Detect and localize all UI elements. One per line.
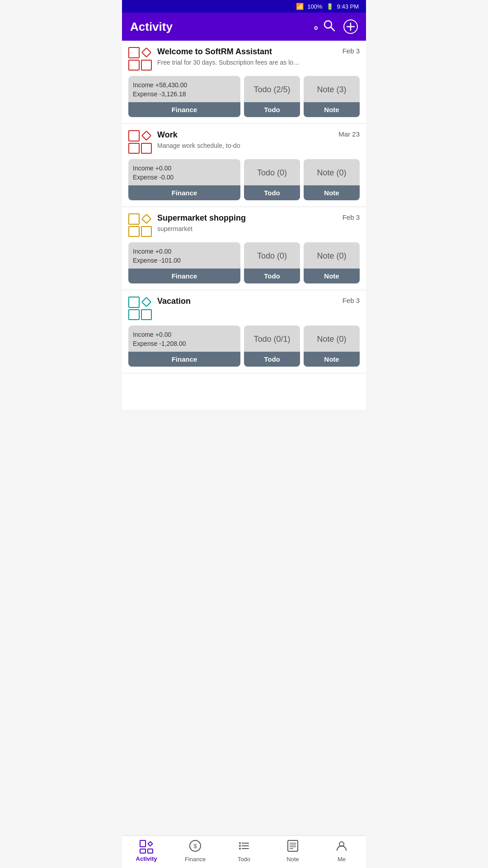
note-widget-body: Note (0): [304, 326, 360, 352]
finance-income: Income +0.00: [133, 248, 171, 255]
finance-widget[interactable]: Income +0.00 Expense -101.00 Finance: [128, 242, 240, 283]
project-name: Welcome to SoftRM Assistant: [157, 47, 272, 57]
finance-widget-body: Income +0.00 Expense -1,208.00: [128, 326, 240, 352]
note-widget[interactable]: Note (0) Note: [304, 326, 360, 367]
todo-button[interactable]: Todo: [244, 269, 300, 283]
logo-diamond: [141, 47, 152, 58]
note-widget-body: Note (0): [304, 159, 360, 185]
battery-percent: 100%: [307, 3, 322, 10]
finance-widget[interactable]: Income +0.00 Expense -0.00 Finance: [128, 159, 240, 200]
project-subtitle: Free trial for 30 days. Subscription fee…: [157, 59, 360, 66]
note-button[interactable]: Note: [304, 352, 360, 367]
project-logo-work: [128, 130, 152, 154]
note-value: Note (3): [317, 85, 346, 94]
todo-button[interactable]: Todo: [244, 102, 300, 117]
project-subtitle: Manage work schedule, to-do: [157, 142, 360, 149]
todo-value: Todo (2/5): [253, 85, 290, 94]
finance-expense: Expense -3,126.18: [133, 90, 186, 98]
note-widget-body: Note (3): [304, 76, 360, 102]
finance-expense: Expense -1,208.00: [133, 340, 186, 347]
todo-widget-body: Todo (0): [244, 159, 300, 185]
logo-cell-3: [128, 143, 140, 154]
finance-button[interactable]: Finance: [128, 102, 240, 117]
logo-cell-3: [128, 309, 140, 321]
finance-button[interactable]: Finance: [128, 185, 240, 200]
project-date: Feb 3: [343, 47, 360, 55]
search-icon[interactable]: ⚬︎: [312, 19, 335, 34]
project-logo-vacation: [128, 297, 152, 320]
logo-cell-1: [128, 297, 140, 308]
finance-widget[interactable]: Income +0.00 Expense -1,208.00 Finance: [128, 326, 240, 367]
logo-grid: [128, 47, 152, 71]
logo-diamond: [141, 213, 152, 225]
todo-value: Todo (0): [257, 251, 287, 261]
widget-grid-vacation: Income +0.00 Expense -1,208.00 Finance T…: [128, 326, 360, 367]
finance-widget-body: Income +0.00 Expense -101.00: [128, 242, 240, 269]
todo-widget[interactable]: Todo (0) Todo: [244, 159, 300, 200]
add-button[interactable]: [343, 19, 358, 34]
note-value: Note (0): [317, 335, 346, 344]
todo-widget[interactable]: Todo (0) Todo: [244, 242, 300, 283]
note-button[interactable]: Note: [304, 269, 360, 283]
project-title-row: Welcome to SoftRM Assistant Feb 3: [157, 47, 360, 57]
finance-income: Income +0.00: [133, 331, 171, 338]
content-area: Welcome to SoftRM Assistant Feb 3 Free t…: [122, 41, 366, 410]
note-button[interactable]: Note: [304, 102, 360, 117]
finance-button[interactable]: Finance: [128, 352, 240, 367]
project-info-vacation: Vacation Feb 3: [157, 297, 360, 307]
logo-cell-1: [128, 213, 140, 225]
logo-cell-3: [128, 226, 140, 237]
logo-cell-4: [141, 226, 152, 237]
logo-grid: [128, 213, 152, 237]
diamond-shape: [141, 214, 151, 224]
page-title: Activity: [130, 20, 173, 34]
finance-widget[interactable]: Income +58,430.00 Expense -3,126.18 Fina…: [128, 76, 240, 117]
logo-cell-3: [128, 60, 140, 71]
project-date: Feb 3: [343, 297, 360, 304]
logo-cell-1: [128, 47, 140, 58]
todo-value: Todo (0/1): [253, 335, 290, 344]
header: Activity ⚬︎: [122, 13, 366, 41]
finance-widget-body: Income +0.00 Expense -0.00: [128, 159, 240, 185]
todo-button[interactable]: Todo: [244, 185, 300, 200]
note-widget[interactable]: Note (3) Note: [304, 76, 360, 117]
logo-cell-4: [141, 60, 152, 71]
finance-income: Income +58,430.00: [133, 81, 187, 89]
logo-diamond: [141, 130, 152, 142]
diamond-shape: [141, 47, 151, 58]
todo-button[interactable]: Todo: [244, 352, 300, 367]
project-header-softrm: Welcome to SoftRM Assistant Feb 3 Free t…: [128, 47, 360, 71]
diamond-shape: [141, 297, 151, 307]
project-logo-softrm: [128, 47, 152, 71]
project-date: Feb 3: [343, 213, 360, 221]
todo-widget-body: Todo (2/5): [244, 76, 300, 102]
note-button[interactable]: Note: [304, 185, 360, 200]
finance-button[interactable]: Finance: [128, 269, 240, 283]
project-card-softrm: Welcome to SoftRM Assistant Feb 3 Free t…: [122, 41, 366, 124]
logo-cell-4: [141, 309, 152, 321]
note-widget[interactable]: Note (0) Note: [304, 242, 360, 283]
finance-expense: Expense -101.00: [133, 257, 181, 264]
todo-widget[interactable]: Todo (2/5) Todo: [244, 76, 300, 117]
logo-grid: [128, 297, 152, 320]
note-widget-body: Note (0): [304, 242, 360, 269]
header-actions: ⚬︎: [312, 19, 358, 34]
todo-widget[interactable]: Todo (0/1) Todo: [244, 326, 300, 367]
project-title-row: Vacation Feb 3: [157, 297, 360, 307]
project-header-vacation: Vacation Feb 3: [128, 297, 360, 320]
todo-widget-body: Todo (0): [244, 242, 300, 269]
wifi-icon: 📶: [296, 3, 304, 10]
project-card-work: Work Mar 23 Manage work schedule, to-do …: [122, 124, 366, 207]
project-logo-supermarket: [128, 213, 152, 237]
project-name: Vacation: [157, 297, 191, 307]
project-card-supermarket: Supermarket shopping Feb 3 supermarket I…: [122, 207, 366, 290]
project-header-work: Work Mar 23 Manage work schedule, to-do: [128, 130, 360, 154]
project-name: Work: [157, 130, 178, 140]
widget-grid-supermarket: Income +0.00 Expense -101.00 Finance Tod…: [128, 242, 360, 283]
status-bar: 📶 100% 🔋 9:43 PM: [122, 0, 366, 13]
project-info-softrm: Welcome to SoftRM Assistant Feb 3 Free t…: [157, 47, 360, 66]
widget-grid-work: Income +0.00 Expense -0.00 Finance Todo …: [128, 159, 360, 200]
note-widget[interactable]: Note (0) Note: [304, 159, 360, 200]
finance-expense: Expense -0.00: [133, 174, 174, 181]
project-date: Mar 23: [338, 130, 360, 138]
